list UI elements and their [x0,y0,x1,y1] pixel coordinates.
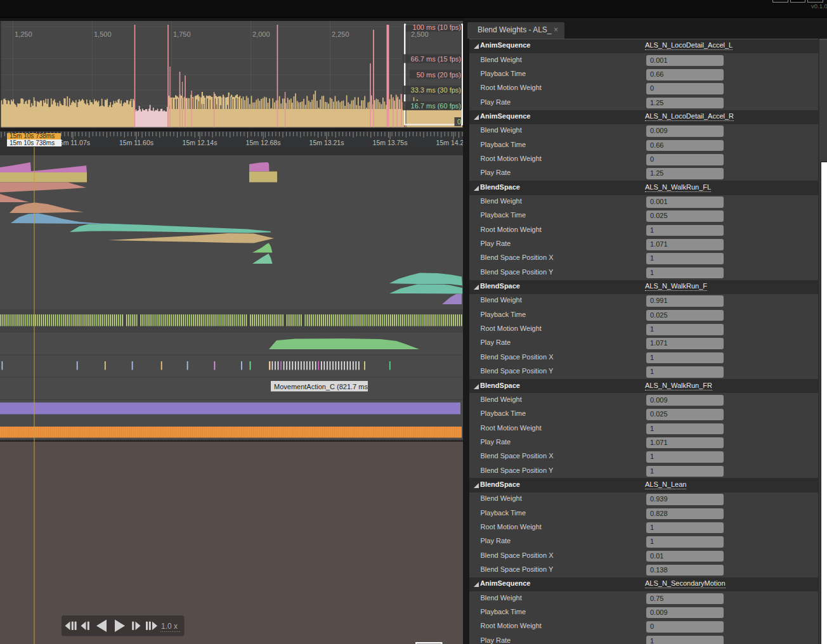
svg-text:1,750: 1,750 [173,30,191,38]
svg-text:0: 0 [457,118,461,126]
svg-text:15m 13.75s: 15m 13.75s [373,139,408,146]
svg-text:50 ms (20 fps): 50 ms (20 fps) [417,71,461,79]
svg-text:15m 14.29s: 15m 14.29s [436,139,463,146]
svg-text:66.7 ms (15 fps): 66.7 ms (15 fps) [411,55,461,63]
svg-text:15m 12.68s: 15m 12.68s [246,139,281,146]
svg-text:MovementAction_C (821.7 ms: MovementAction_C (821.7 ms [274,383,368,390]
svg-text:15m 12.14s: 15m 12.14s [183,139,218,146]
svg-text:2,000: 2,000 [252,30,270,38]
svg-text:100 ms (10 fps): 100 ms (10 fps) [413,23,461,31]
svg-text:15m 11.60s: 15m 11.60s [119,139,153,146]
svg-text:15m 13.21s: 15m 13.21s [309,139,344,146]
svg-text:16.7 ms (60 fps): 16.7 ms (60 fps) [411,102,461,110]
svg-text:2,250: 2,250 [332,30,349,38]
svg-text:1,500: 1,500 [94,30,112,38]
svg-text:1.0 x: 1.0 x [161,622,178,631]
svg-text:1,250: 1,250 [15,30,32,38]
svg-text:33.3 ms (30 fps): 33.3 ms (30 fps) [411,86,461,94]
